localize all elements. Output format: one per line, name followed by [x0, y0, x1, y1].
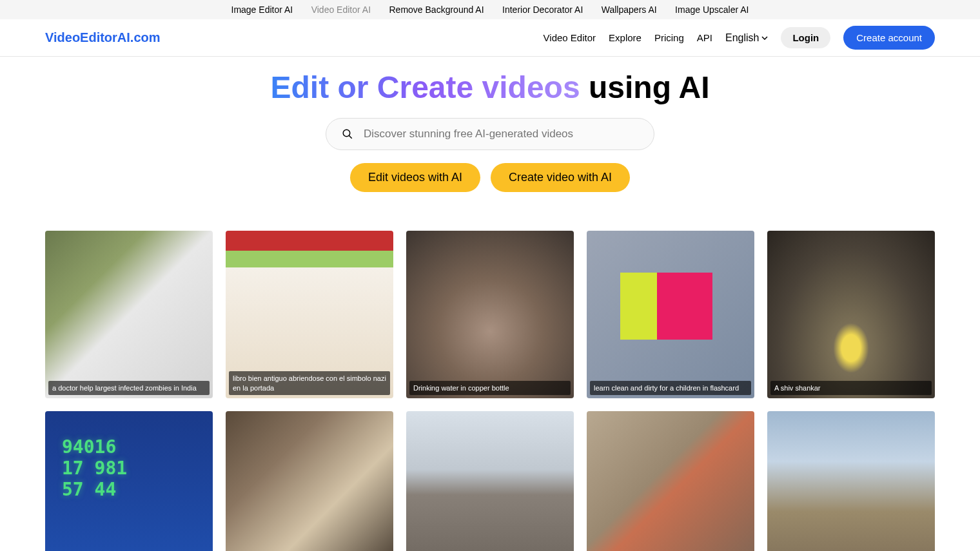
video-thumbnail: [587, 231, 754, 398]
video-caption: A shiv shankar: [770, 381, 932, 395]
video-caption: Drinking water in copper bottle: [409, 381, 571, 395]
svg-point-0: [343, 130, 350, 137]
language-dropdown[interactable]: English: [725, 32, 768, 44]
nav-pricing[interactable]: Pricing: [654, 32, 684, 43]
topbar-link-interior[interactable]: Interior Decorator AI: [502, 5, 583, 15]
gallery-card[interactable]: A shiv shankar: [767, 231, 935, 398]
video-thumbnail: [767, 411, 935, 551]
topbar-link-video-editor[interactable]: Video Editor AI: [311, 5, 371, 15]
video-caption: libro bien antiguo abriendose con el sim…: [229, 371, 390, 395]
login-button[interactable]: Login: [781, 27, 830, 48]
video-gallery: a doctor help largest infected zombies i…: [0, 211, 980, 551]
topbar-link-image-editor[interactable]: Image Editor AI: [231, 5, 293, 15]
hero-heading: Edit or Create videos using AI: [0, 70, 980, 105]
gallery-card[interactable]: Az autó felrobban a holdon.: [406, 411, 574, 551]
video-thumbnail: [45, 231, 213, 398]
search-box[interactable]: [326, 118, 654, 150]
edit-videos-button[interactable]: Edit videos with AI: [350, 163, 480, 192]
video-thumbnail: [226, 411, 393, 551]
hero-gradient-text: Edit or Create videos: [270, 70, 580, 104]
gallery-card[interactable]: Cat is flying over land: [226, 411, 393, 551]
video-caption: learn clean and dirty for a children in …: [590, 381, 751, 395]
topbar-link-wallpapers[interactable]: Wallpapers AI: [602, 5, 657, 15]
gallery-card[interactable]: Drinking water in copper bottle: [406, 231, 574, 398]
video-caption: a doctor help largest infected zombies i…: [48, 381, 210, 395]
topbar-link-upscaler[interactable]: Image Upscaler AI: [675, 5, 749, 15]
main-nav: VideoEditorAI.com Video Editor Explore P…: [0, 19, 980, 57]
nav-api[interactable]: API: [697, 32, 712, 43]
language-label: English: [725, 32, 759, 44]
hero-section: Edit or Create videos using AI Edit vide…: [0, 57, 980, 211]
gallery-card[interactable]: Cat is flying: [587, 411, 754, 551]
gallery-card[interactable]: Stock market banknifty up movemnt: [45, 411, 213, 551]
create-account-button[interactable]: Create account: [843, 26, 935, 50]
logo[interactable]: VideoEditorAI.com: [45, 30, 161, 45]
cta-row: Edit videos with AI Create video with AI: [0, 163, 980, 192]
top-service-bar: Image Editor AI Video Editor AI Remove B…: [0, 0, 980, 19]
search-input[interactable]: [364, 128, 638, 140]
hero-rest-text: using AI: [580, 70, 710, 104]
video-thumbnail: [406, 411, 574, 551]
gallery-card[interactable]: libro bien antiguo abriendose con el sim…: [226, 231, 393, 398]
chevron-down-icon: [761, 36, 768, 40]
nav-explore[interactable]: Explore: [609, 32, 642, 43]
video-thumbnail: [45, 411, 213, 551]
video-thumbnail: [767, 231, 935, 398]
topbar-link-remove-bg[interactable]: Remove Background AI: [389, 5, 484, 15]
nav-video-editor[interactable]: Video Editor: [544, 32, 596, 43]
gallery-card[interactable]: depressziós srác az esőben: [767, 411, 935, 551]
svg-line-1: [349, 135, 352, 139]
gallery-card[interactable]: a doctor help largest infected zombies i…: [45, 231, 213, 398]
nav-right: Video Editor Explore Pricing API English…: [544, 26, 935, 50]
search-icon: [342, 128, 353, 140]
gallery-card[interactable]: learn clean and dirty for a children in …: [587, 231, 754, 398]
create-video-button[interactable]: Create video with AI: [491, 163, 630, 192]
video-thumbnail: [406, 231, 574, 398]
video-thumbnail: [587, 411, 754, 551]
